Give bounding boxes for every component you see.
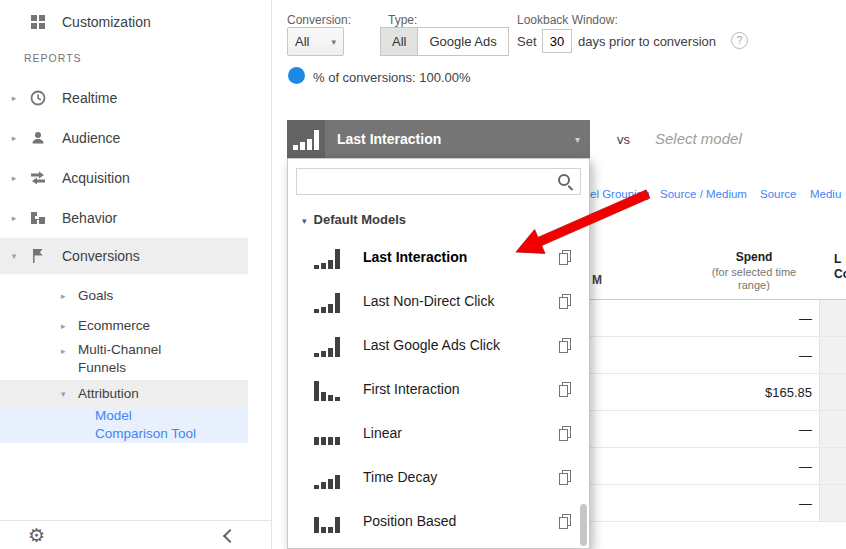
- model-option-label: Last Google Ads Click: [363, 337, 559, 353]
- model-option-last-interaction[interactable]: Last Interaction: [288, 235, 589, 279]
- chevron-down-icon: ▾: [575, 134, 580, 145]
- collapse-sidebar-icon[interactable]: [222, 529, 236, 543]
- linear-model-icon: [314, 421, 346, 445]
- collapse-arrow-icon: ▾: [61, 389, 66, 399]
- reports-section-heading: REPORTS: [24, 52, 82, 64]
- dimension-link-source-medium[interactable]: Source / Medium: [660, 188, 747, 200]
- search-icon: [558, 174, 573, 189]
- ga-model-comparison-tool-screen: Customization REPORTS ▸ Realtime ▸ Audie…: [0, 0, 846, 549]
- last-non-direct-click-model-icon: [314, 289, 346, 313]
- spend-cell-value: —: [799, 422, 812, 437]
- clipped-column-header: L Co: [834, 252, 846, 282]
- spend-header-title: Spend: [680, 250, 828, 264]
- spend-column-header: Spend (for selected time range): [680, 250, 828, 292]
- behavior-flow-icon: [29, 209, 47, 227]
- spend-cell-value: —: [799, 459, 812, 474]
- table-row: —: [590, 300, 846, 337]
- sidebar-item-ecommerce[interactable]: ▸ Ecommerce: [0, 312, 248, 340]
- sidebar-subitem-label: Multi-Channel Funnels: [78, 341, 190, 377]
- person-icon: [29, 129, 47, 147]
- sidebar-item-customization[interactable]: Customization: [0, 4, 248, 40]
- model-dropdown-panel: ▾Default Models Last Interaction Last No…: [287, 158, 590, 549]
- spend-header-subtitle: (for selected time range): [698, 266, 810, 292]
- sidebar-subitem-label: Attribution: [78, 385, 139, 403]
- clipped-cell: [819, 448, 846, 484]
- first-interaction-model-icon: [314, 377, 346, 401]
- model-option-time-decay[interactable]: Time Decay: [288, 455, 589, 499]
- model-option-position-based[interactable]: Position Based: [288, 499, 589, 543]
- sidebar-subitem-label: Ecommerce: [78, 317, 150, 335]
- model-option-label: Last Non-Direct Click: [363, 293, 559, 309]
- clock-icon: [29, 89, 47, 107]
- sidebar-item-behavior[interactable]: ▸ Behavior: [0, 200, 248, 236]
- table-row: $165.85: [590, 374, 846, 411]
- gear-icon[interactable]: ⚙: [28, 524, 45, 547]
- copy-model-icon[interactable]: [559, 426, 571, 441]
- model-option-last-non-direct-click[interactable]: Last Non-Direct Click: [288, 279, 589, 323]
- model-option-label: Linear: [363, 425, 559, 441]
- customization-grid-icon: [29, 13, 47, 31]
- sidebar-item-acquisition[interactable]: ▸ Acquisition: [0, 160, 248, 196]
- sidebar-item-attribution[interactable]: ▾ Attribution: [0, 380, 248, 407]
- sidebar-item-label: Audience: [62, 130, 120, 146]
- model-option-label: Position Based: [363, 513, 559, 529]
- select-model-placeholder[interactable]: Select model: [655, 130, 742, 147]
- sidebar-item-label: Customization: [62, 14, 151, 30]
- model-option-label: Last Interaction: [363, 249, 559, 265]
- model-list: Last Interaction Last Non-Direct Click L…: [288, 235, 589, 543]
- main-content: Conversion: All ▾ Type: All Google Ads L…: [272, 0, 846, 549]
- collapse-arrow-icon: ▾: [302, 216, 307, 226]
- expand-arrow-icon: ▸: [9, 93, 19, 103]
- table-row: —: [590, 485, 846, 522]
- copy-model-icon[interactable]: [559, 294, 571, 309]
- sidebar-item-label: Conversions: [62, 248, 140, 264]
- sidebar-subitem-label: Model Comparison Tool: [95, 407, 200, 443]
- sidebar-item-label: Realtime: [62, 90, 117, 106]
- copy-model-icon[interactable]: [559, 338, 571, 353]
- dropdown-scrollbar-thumb[interactable]: [580, 504, 587, 546]
- copy-model-icon[interactable]: [559, 250, 571, 265]
- time-decay-model-icon: [314, 465, 346, 489]
- model-option-label: First Interaction: [363, 381, 559, 397]
- expand-arrow-icon: ▸: [9, 133, 19, 143]
- dimension-link-source[interactable]: Source: [760, 188, 796, 200]
- position-based-model-icon: [314, 509, 346, 533]
- model-search-input[interactable]: [296, 168, 581, 195]
- expand-arrow-icon: ▸: [61, 321, 66, 331]
- model-selector-dropdown[interactable]: Last Interaction ▾: [287, 120, 590, 158]
- clipped-cell: [819, 337, 846, 373]
- sidebar-item-realtime[interactable]: ▸ Realtime: [0, 80, 248, 116]
- expand-arrow-icon: ▸: [9, 213, 19, 223]
- expand-arrow-icon: ▸: [61, 291, 66, 301]
- model-option-last-google-ads-click[interactable]: Last Google Ads Click: [288, 323, 589, 367]
- default-models-section-header: ▾Default Models: [302, 212, 406, 227]
- flag-icon: [29, 247, 47, 265]
- sidebar-item-multi-channel-funnels[interactable]: ▸ Multi-Channel Funnels: [0, 340, 248, 380]
- table-body: ——$165.85———: [590, 300, 846, 522]
- model-option-first-interaction[interactable]: First Interaction: [288, 367, 589, 411]
- dimension-link-channel-grouping[interactable]: el Grouping: [590, 188, 649, 200]
- dimension-link-medium[interactable]: Mediu: [810, 188, 841, 200]
- clipped-cell: [819, 411, 846, 447]
- last-interaction-model-icon: [314, 245, 346, 269]
- selected-model-bars-icon: [287, 120, 325, 158]
- sidebar-item-model-comparison-tool[interactable]: Model Comparison Tool: [0, 407, 248, 443]
- collapse-arrow-icon: ▾: [9, 251, 19, 261]
- sidebar-item-conversions[interactable]: ▾ Conversions: [0, 238, 248, 274]
- sidebar-nav: Customization REPORTS ▸ Realtime ▸ Audie…: [0, 0, 272, 549]
- model-option-label: Time Decay: [363, 469, 559, 485]
- table-row: —: [590, 448, 846, 485]
- model-option-linear[interactable]: Linear: [288, 411, 589, 455]
- clipped-cell: [819, 485, 846, 521]
- copy-model-icon[interactable]: [559, 514, 571, 529]
- copy-model-icon[interactable]: [559, 382, 571, 397]
- sidebar-footer-divider: [0, 520, 272, 521]
- spend-cell-value: $165.85: [765, 385, 812, 400]
- clipped-cell: [819, 374, 846, 410]
- table-row: —: [590, 337, 846, 374]
- copy-model-icon[interactable]: [559, 470, 571, 485]
- selected-model-label: Last Interaction: [337, 131, 441, 147]
- spend-cell-value: —: [799, 311, 812, 326]
- sidebar-item-audience[interactable]: ▸ Audience: [0, 120, 248, 156]
- sidebar-item-goals[interactable]: ▸ Goals: [0, 282, 248, 310]
